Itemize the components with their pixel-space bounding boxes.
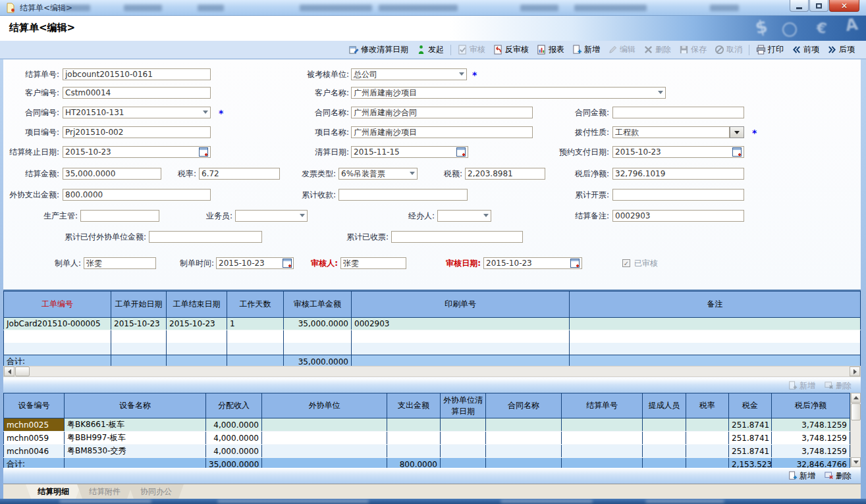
- customer-no-input[interactable]: [63, 87, 211, 99]
- maximize-button[interactable]: [809, 0, 828, 12]
- cumulative-receipts-input[interactable]: [338, 189, 468, 201]
- column-header-commission-staff[interactable]: 提成人员: [643, 393, 686, 418]
- settlement-no-input[interactable]: [63, 68, 211, 80]
- cell-outsource-clearing-date[interactable]: [441, 445, 486, 458]
- payment-nature-dropdown-button[interactable]: [730, 126, 744, 138]
- cell-settlement-no[interactable]: [562, 445, 643, 458]
- column-header-print-no[interactable]: 印刷单号: [352, 291, 570, 318]
- cell-outsource-unit[interactable]: [262, 418, 387, 432]
- cell-contract-name[interactable]: [486, 418, 562, 432]
- cell-tax[interactable]: 251.8741: [729, 432, 772, 445]
- cell-expense-amount[interactable]: [387, 445, 441, 458]
- modify-clearing-date-button[interactable]: 修改清算日期: [346, 43, 412, 57]
- cell-outsource-clearing-date[interactable]: [441, 432, 486, 445]
- chevron-down-icon[interactable]: [483, 214, 489, 217]
- cell-start-date[interactable]: 2015-10-23: [111, 318, 167, 330]
- contract-no-combo[interactable]: [63, 107, 211, 118]
- column-header-device-name[interactable]: 设备名称: [65, 393, 206, 418]
- calendar-icon[interactable]: [732, 147, 742, 157]
- cell-outsource-unit[interactable]: [262, 445, 387, 458]
- cell-tax[interactable]: 251.8741: [729, 418, 772, 432]
- invoice-type-combo[interactable]: [338, 168, 418, 180]
- chevron-down-icon[interactable]: [203, 111, 208, 114]
- chevron-down-icon[interactable]: [300, 214, 305, 217]
- column-header-device-no[interactable]: 设备编号: [4, 393, 65, 418]
- scrollbar-thumb[interactable]: [15, 366, 30, 376]
- reverse-audit-button[interactable]: 反审核: [490, 43, 532, 57]
- cell-device-no[interactable]: mchn0059: [4, 432, 65, 445]
- cell-jobcard-no[interactable]: JobCard201510-000005: [4, 318, 111, 330]
- tab-settlement-detail[interactable]: 结算明细: [26, 484, 81, 499]
- cell-device-name[interactable]: 粤BK8661-板车: [65, 418, 206, 432]
- grid-add-button[interactable]: 新增: [788, 470, 815, 482]
- contract-amount-input[interactable]: [612, 107, 744, 118]
- scrollbar-thumb[interactable]: [851, 403, 861, 420]
- column-header-audit-amount[interactable]: 审核工单金额: [284, 291, 352, 318]
- cell-outsource-unit[interactable]: [262, 432, 387, 445]
- device-table-row[interactable]: mchn0059 粤BBH997-板车 4,000.0000 251.8741 …: [4, 432, 850, 445]
- cell-device-no[interactable]: mchn0046: [4, 445, 65, 458]
- project-no-input[interactable]: [63, 126, 211, 138]
- cell-net-after-tax[interactable]: 3,748.1259: [772, 418, 850, 432]
- column-header-outsource-unit[interactable]: 外协单位: [262, 393, 387, 418]
- project-name-input[interactable]: [351, 126, 533, 138]
- audit-date-input[interactable]: [483, 257, 582, 269]
- cell-contract-name[interactable]: [486, 445, 562, 458]
- cell-settlement-no[interactable]: [562, 418, 643, 432]
- calendar-icon[interactable]: [456, 147, 466, 157]
- tab-collaboration[interactable]: 协同办公: [128, 484, 184, 499]
- cell-net-after-tax[interactable]: 3,748.1259: [772, 445, 850, 458]
- scroll-right-button[interactable]: [850, 366, 860, 376]
- column-header-expense-amount[interactable]: 支出金额: [387, 393, 441, 418]
- scroll-up-button[interactable]: [851, 393, 861, 403]
- cell-commission-staff[interactable]: [643, 418, 686, 432]
- payment-nature-combo[interactable]: [612, 126, 730, 138]
- tax-rate-input[interactable]: [199, 168, 280, 180]
- column-header-tax-rate[interactable]: 税率: [686, 393, 729, 418]
- cell-net-after-tax[interactable]: 3,748.1259: [772, 432, 850, 445]
- column-header-allocated-income[interactable]: 分配收入: [206, 393, 262, 418]
- cell-expense-amount[interactable]: [387, 418, 441, 432]
- cell-tax-rate[interactable]: [686, 445, 729, 458]
- column-header-settlement-no[interactable]: 结算单号: [562, 393, 643, 418]
- outsource-expense-input[interactable]: [63, 189, 211, 201]
- column-header-work-days[interactable]: 工作天数: [227, 291, 284, 318]
- column-header-contract-name[interactable]: 合同名称: [486, 393, 562, 418]
- next-record-button[interactable]: 后项: [824, 43, 858, 57]
- initiate-button[interactable]: 发起: [413, 43, 447, 57]
- cell-work-days[interactable]: 1: [227, 318, 284, 330]
- cumulative-paid-outsource-input[interactable]: [149, 231, 262, 243]
- net-after-tax-input[interactable]: [612, 168, 744, 180]
- cell-commission-staff[interactable]: [643, 445, 686, 458]
- column-header-jobcard-no[interactable]: 工单编号: [4, 291, 111, 318]
- column-header-start-date[interactable]: 工单开始日期: [111, 291, 167, 318]
- cell-expense-amount[interactable]: [387, 432, 441, 445]
- column-header-end-date[interactable]: 工单结束日期: [167, 291, 227, 318]
- cell-settlement-no[interactable]: [562, 432, 643, 445]
- column-header-tax[interactable]: 税金: [729, 393, 772, 418]
- contract-name-input[interactable]: [351, 107, 533, 118]
- cell-tax[interactable]: 251.8741: [729, 445, 772, 458]
- add-new-button[interactable]: 新增: [569, 43, 603, 57]
- device-table-row[interactable]: mchn0025 粤BK8661-板车 4,000.0000 251.8741 …: [4, 418, 850, 432]
- horizontal-scrollbar[interactable]: [3, 366, 861, 377]
- job-table-row[interactable]: JobCard201510-000005 2015-10-23 2015-10-…: [4, 318, 861, 330]
- tab-settlement-attachment[interactable]: 结算附件: [77, 484, 132, 499]
- cell-tax-rate[interactable]: [686, 432, 729, 445]
- audited-checkbox[interactable]: ✓: [622, 259, 630, 267]
- cell-allocated-income[interactable]: 4,000.0000: [206, 432, 262, 445]
- column-header-net-after-tax[interactable]: 税后净额: [772, 393, 850, 418]
- close-button[interactable]: ✕: [829, 0, 859, 12]
- cell-device-no-selected[interactable]: mchn0025: [4, 418, 65, 432]
- cell-audit-amount[interactable]: 35,000.0000: [284, 318, 352, 330]
- scheduled-pay-date-input[interactable]: [612, 146, 744, 158]
- cell-remark[interactable]: [570, 318, 861, 330]
- settlement-note-input[interactable]: [612, 210, 744, 222]
- scroll-down-button[interactable]: [851, 457, 861, 467]
- calendar-icon[interactable]: [199, 147, 208, 157]
- auditor-input[interactable]: [340, 257, 406, 269]
- salesperson-combo[interactable]: [235, 210, 308, 222]
- settle-end-date-input[interactable]: [63, 146, 211, 158]
- report-button[interactable]: 报表: [533, 43, 568, 57]
- cumulative-received-invoice-input[interactable]: [391, 231, 523, 243]
